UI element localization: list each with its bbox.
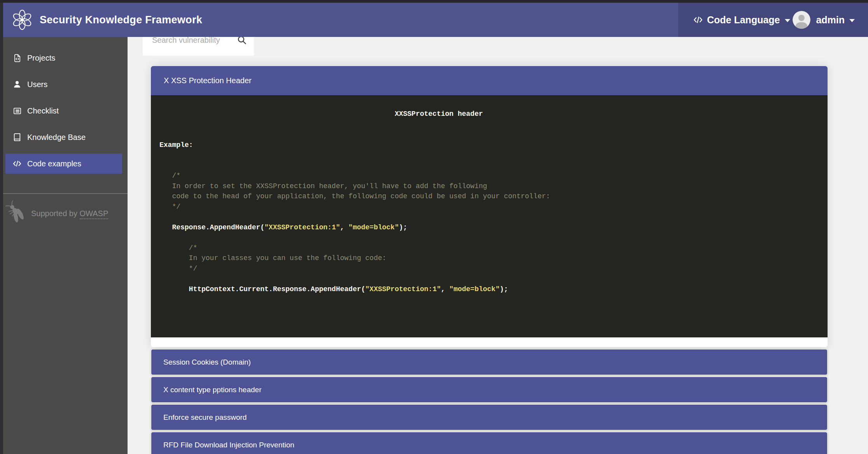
accordion-item[interactable]: RFD File Download Injection Prevention	[151, 432, 828, 454]
chevron-down-icon	[849, 19, 855, 22]
sidebar: ProjectsUsersChecklistKnowledge BaseCode…	[0, 37, 128, 454]
header-right-panel: Code Language admin	[678, 3, 868, 37]
code-block: XXSSProtection header Example: /* In ord…	[151, 95, 828, 337]
sidebar-item-label: Knowledge Base	[27, 133, 86, 142]
flower-logo-icon	[11, 9, 33, 31]
code-example-panel: X XSS Protection Header XXSSProtection h…	[151, 66, 828, 347]
chevron-down-icon	[785, 19, 790, 22]
accordion-item[interactable]: Enforce secure password	[151, 404, 828, 430]
code-icon	[693, 15, 703, 25]
list-icon	[12, 106, 22, 115]
user-dropdown[interactable]: admin	[793, 11, 855, 29]
accordion-item[interactable]: Session Cookies (Domain)	[151, 349, 828, 375]
sidebar-item-code-examples[interactable]: Code examples	[5, 154, 122, 174]
panel-title: X XSS Protection Header	[164, 76, 252, 85]
sidebar-item-knowledge-base[interactable]: Knowledge Base	[5, 127, 122, 147]
code-pre: XXSSProtection header Example: /* In ord…	[151, 95, 828, 294]
window-left-edge	[0, 0, 3, 454]
app-title: Security Knowledge Framework	[40, 14, 202, 26]
accordion-item-label: RFD File Download Injection Prevention	[163, 441, 294, 449]
avatar-person-icon	[793, 11, 810, 29]
username-label: admin	[816, 14, 845, 26]
sidebar-item-projects[interactable]: Projects	[5, 48, 122, 68]
owasp-footer: Supported by OWASP	[2, 199, 128, 228]
sidebar-item-users[interactable]: Users	[5, 74, 122, 94]
code-language-label: Code Language	[707, 14, 780, 26]
app-brand[interactable]: Security Knowledge Framework	[11, 9, 202, 31]
accordion-list: Session Cookies (Domain)X content type p…	[151, 349, 828, 454]
top-header: Security Knowledge Framework Code Langua…	[0, 3, 868, 37]
accordion-item-label: X content type pptions header	[163, 386, 261, 394]
main-content: X XSS Protection Header XXSSProtection h…	[151, 66, 828, 454]
sidebar-item-label: Projects	[27, 54, 55, 63]
sidebar-item-label: Checklist	[27, 107, 59, 115]
code-icon	[12, 159, 22, 168]
supported-by-label: Supported by	[31, 209, 80, 218]
sidebar-item-checklist[interactable]: Checklist	[5, 101, 122, 121]
accordion-item-label: Enforce secure password	[163, 413, 247, 422]
wasp-icon	[2, 199, 29, 228]
window-top-edge	[0, 0, 868, 3]
sidebar-item-label: Code examples	[27, 159, 81, 168]
book-icon	[12, 133, 22, 142]
panel-heading[interactable]: X XSS Protection Header	[151, 66, 828, 95]
accordion-item-label: Session Cookies (Domain)	[163, 358, 251, 367]
sidebar-menu: ProjectsUsersChecklistKnowledge BaseCode…	[0, 37, 128, 174]
file-code-icon	[12, 53, 22, 63]
owasp-link[interactable]: OWASP	[80, 209, 108, 219]
accordion-item[interactable]: X content type pptions header	[151, 377, 828, 403]
sidebar-divider	[0, 193, 128, 194]
code-language-dropdown[interactable]: Code Language	[693, 14, 790, 26]
sidebar-item-label: Users	[27, 80, 47, 89]
user-icon	[12, 80, 22, 89]
